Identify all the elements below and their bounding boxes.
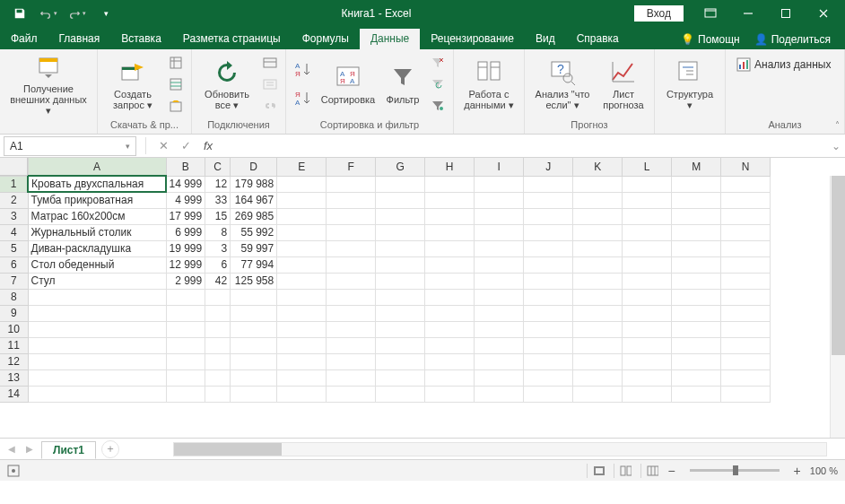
enter-icon[interactable]: ✓ [178,137,195,154]
cell[interactable] [573,224,623,240]
cell[interactable]: 4 999 [166,192,205,208]
page-layout-view-icon[interactable] [614,464,632,478]
fx-icon[interactable]: fx [200,137,216,154]
cell[interactable] [623,192,672,208]
cell[interactable] [277,386,327,402]
cell[interactable] [425,386,475,402]
from-table-icon[interactable] [166,74,186,94]
cell[interactable] [721,240,771,256]
cell[interactable] [425,337,475,353]
sort-asc-icon[interactable]: АЯ [292,58,315,82]
cell[interactable] [672,289,721,305]
cell[interactable] [327,321,376,337]
normal-view-icon[interactable] [587,464,605,478]
show-queries-icon[interactable] [166,53,186,73]
cell[interactable] [277,337,327,353]
cell[interactable] [28,289,166,305]
cell[interactable] [376,321,425,337]
cell[interactable]: 12 [205,176,231,192]
cell[interactable] [376,256,425,273]
tab-справка[interactable]: Справка [566,29,630,49]
cell[interactable] [721,224,771,240]
cell[interactable] [475,208,524,224]
sort-button[interactable]: АЯЯА Сортировка [318,53,378,116]
cell[interactable]: 269 985 [231,208,277,224]
cell[interactable] [376,176,425,192]
cell[interactable] [672,176,721,192]
row-header[interactable]: 2 [0,192,28,208]
cell[interactable] [623,224,672,240]
cell[interactable] [475,289,524,305]
cell[interactable] [205,321,231,337]
cell[interactable] [327,192,376,208]
column-header[interactable]: I [475,158,524,176]
cell[interactable] [425,273,475,289]
cell[interactable] [205,337,231,353]
cell[interactable] [475,353,524,369]
cell[interactable] [166,369,205,386]
cell[interactable] [524,256,573,273]
cell[interactable] [277,224,327,240]
filter-button[interactable]: Фильтр [381,53,424,116]
cell[interactable] [475,240,524,256]
name-box[interactable]: A1 ▾ [4,136,136,156]
select-all-corner[interactable] [0,158,28,176]
cell[interactable] [573,321,623,337]
cell[interactable] [573,273,623,289]
cell[interactable] [672,369,721,386]
cell[interactable] [166,305,205,321]
cell[interactable] [721,321,771,337]
cell[interactable] [231,321,277,337]
cell[interactable]: 42 [205,273,231,289]
tab-разметка страницы[interactable]: Разметка страницы [172,29,292,49]
cell[interactable] [277,256,327,273]
column-header[interactable]: C [205,158,231,176]
cell[interactable] [327,386,376,402]
cell[interactable] [721,353,771,369]
cell[interactable] [166,321,205,337]
cell[interactable] [277,305,327,321]
cell[interactable]: 15 [205,208,231,224]
cell[interactable] [425,208,475,224]
cell[interactable]: 55 992 [231,224,277,240]
column-header[interactable]: L [623,158,672,176]
row-header[interactable]: 13 [0,369,28,386]
reapply-icon[interactable] [428,74,448,94]
cell[interactable] [524,369,573,386]
cell[interactable]: Журнальный столик [28,224,166,240]
cell[interactable] [376,337,425,353]
cell[interactable] [524,208,573,224]
cell[interactable] [28,321,166,337]
cell[interactable] [205,353,231,369]
cell[interactable]: 6 999 [166,224,205,240]
forecast-sheet-button[interactable]: Лист прогноза [598,53,649,116]
row-header[interactable]: 11 [0,337,28,353]
undo-icon[interactable]: ▾ [36,3,61,24]
cell[interactable] [524,337,573,353]
cell[interactable] [672,192,721,208]
cell[interactable] [573,369,623,386]
cell[interactable] [475,224,524,240]
cell[interactable] [277,273,327,289]
cell[interactable] [524,192,573,208]
vertical-scrollbar[interactable] [830,176,845,438]
cell[interactable] [166,353,205,369]
cell[interactable] [573,305,623,321]
cell[interactable]: Матрас 160х200см [28,208,166,224]
cell[interactable] [376,353,425,369]
column-header[interactable]: A [28,158,166,176]
record-macro-icon[interactable] [7,465,20,477]
cell[interactable] [623,240,672,256]
column-header[interactable]: B [166,158,205,176]
cell[interactable] [327,337,376,353]
row-header[interactable]: 4 [0,224,28,240]
cell[interactable] [425,192,475,208]
cell[interactable] [28,369,166,386]
cell[interactable] [672,224,721,240]
cell[interactable] [524,386,573,402]
cell[interactable] [327,353,376,369]
cell[interactable] [327,224,376,240]
cell[interactable] [425,256,475,273]
cell[interactable] [721,386,771,402]
sheet-tab[interactable]: Лист1 [41,441,96,459]
